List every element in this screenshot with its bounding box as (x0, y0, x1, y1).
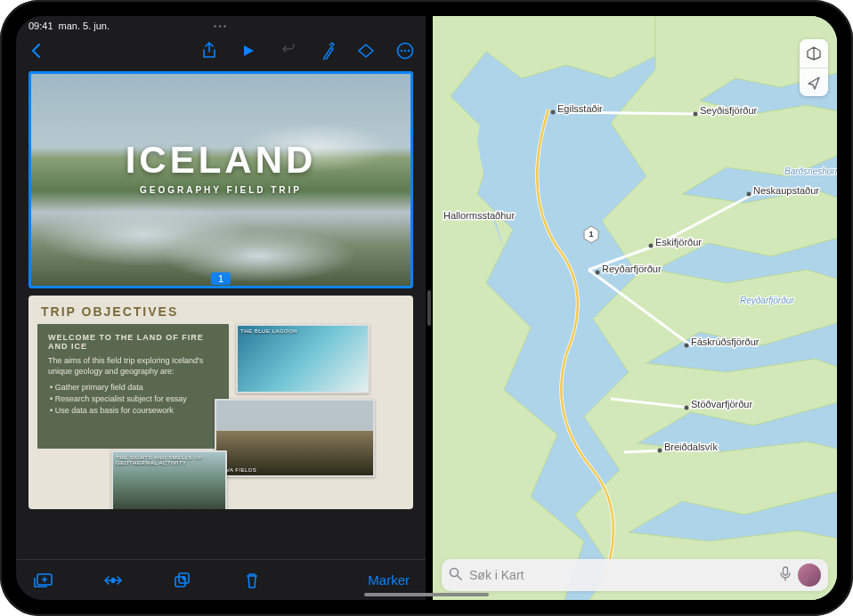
split-view-divider[interactable] (426, 16, 433, 600)
svg-text:Fáskrúðsfjörður: Fáskrúðsfjörður (691, 336, 760, 347)
bullet-item: Gather primary field data (50, 382, 218, 393)
slide-navigator[interactable]: ICELAND GEOGRAPHY FIELD TRIP 1 TRIP OBJE… (16, 68, 426, 559)
photo-geothermal: THE SIGHTS AND SMELLS OF GEOTHERMAL ACTI… (111, 450, 227, 509)
format-brush-button[interactable] (315, 39, 338, 62)
slide1-subtitle: GEOGRAPHY FIELD TRIP (28, 185, 413, 195)
svg-point-16 (747, 192, 751, 197)
play-button[interactable] (237, 39, 260, 62)
svg-point-24 (685, 406, 689, 410)
status-date: man. 5. jun. (59, 20, 110, 31)
back-button[interactable] (25, 39, 48, 62)
svg-point-3 (408, 50, 410, 52)
status-time: 09:41 (28, 20, 53, 31)
divider-handle-icon[interactable] (427, 290, 431, 326)
skip-slide-button[interactable] (102, 569, 125, 592)
search-icon (449, 567, 462, 583)
slide2-welcome: WELCOME TO THE LAND OF FIRE AND ICE (48, 333, 218, 351)
slide2-photos: THE BLUE LAGOON LAVA FIELDS THE SIGHTS A… (236, 324, 404, 477)
svg-text:Reyðarfjörður: Reyðarfjörður (602, 263, 662, 274)
slide-thumbnail-2[interactable]: TRIP OBJECTIVES WELCOME TO THE LAND OF F… (28, 296, 413, 509)
slide2-bullets: Gather primary field data Research speci… (48, 382, 218, 416)
svg-rect-32 (784, 567, 788, 575)
animate-button[interactable] (354, 39, 378, 62)
svg-point-22 (685, 344, 689, 348)
slide-number-badge: 1 (211, 272, 231, 285)
svg-text:Seyðisfjörður: Seyðisfjörður (700, 105, 758, 116)
duplicate-button[interactable] (171, 569, 194, 592)
avatar[interactable] (798, 563, 821, 587)
more-button[interactable] (394, 39, 417, 62)
map-canvas[interactable]: 1 Egilsstaðir Seyðisfjörður Neskaupstaðu… (433, 16, 837, 600)
slide2-textbox: WELCOME TO THE LAND OF FIRE AND ICE The … (37, 324, 229, 449)
svg-point-1 (401, 50, 402, 52)
svg-text:Breiðdalsvík: Breiðdalsvík (664, 442, 718, 452)
maps-app[interactable]: • • • 100 % 1 (433, 16, 837, 600)
map-controls (800, 39, 828, 96)
svg-text:Eskifjörður: Eskifjörður (655, 237, 702, 247)
bullet-item: Use data as basis for coursework (50, 405, 218, 417)
map-info-button[interactable] (800, 39, 828, 68)
photo-blue-lagoon: THE BLUE LAGOON (236, 324, 370, 393)
svg-rect-5 (111, 578, 115, 583)
delete-button[interactable] (240, 569, 264, 592)
svg-point-14 (694, 112, 698, 117)
svg-point-18 (649, 244, 654, 248)
svg-point-12 (551, 110, 556, 115)
slide2-heading: TRIP OBJECTIVES (37, 304, 404, 319)
slide-thumbnail-1[interactable]: ICELAND GEOGRAPHY FIELD TRIP 1 (28, 71, 413, 288)
photo-lava-fields: LAVA FIELDS (215, 399, 375, 477)
keynote-toolbar (16, 34, 426, 68)
svg-text:Egilsstaðir: Egilsstaðir (557, 103, 603, 114)
keynote-app: 09:41 man. 5. jun. ••• (16, 16, 426, 600)
svg-text:Stöðvarfjörður: Stöðvarfjörður (691, 399, 752, 409)
home-indicator[interactable] (364, 593, 489, 596)
bullet-item: Research specialist subject for essay (50, 393, 218, 405)
svg-text:Reyðarfjörður: Reyðarfjörður (740, 296, 794, 305)
svg-text:Neskaupstaður: Neskaupstaður (753, 185, 819, 196)
locate-button[interactable] (800, 68, 828, 96)
select-button[interactable]: Marker (368, 572, 410, 588)
svg-text:Barðsneshorn: Barðsneshorn (784, 166, 837, 176)
add-slide-button[interactable] (32, 569, 55, 592)
svg-point-2 (404, 50, 406, 52)
share-button[interactable] (198, 39, 221, 62)
slide1-title: ICELAND (28, 139, 413, 182)
svg-point-26 (658, 449, 662, 453)
slide2-aims: The aims of this field trip exploring Ic… (48, 356, 218, 377)
dictate-icon[interactable] (780, 566, 791, 584)
svg-point-31 (451, 569, 459, 577)
multitask-dots-icon[interactable]: ••• (214, 21, 229, 31)
screen: 09:41 man. 5. jun. ••• (16, 16, 837, 600)
undo-button[interactable] (276, 39, 299, 62)
search-input[interactable] (469, 568, 773, 582)
svg-text:Hallormsstaðhur: Hallormsstaðhur (443, 210, 515, 221)
svg-point-20 (596, 271, 600, 275)
ipad-frame: 09:41 man. 5. jun. ••• (0, 0, 853, 616)
route-badge: 1 (589, 230, 593, 239)
map-search-bar[interactable] (442, 559, 828, 591)
